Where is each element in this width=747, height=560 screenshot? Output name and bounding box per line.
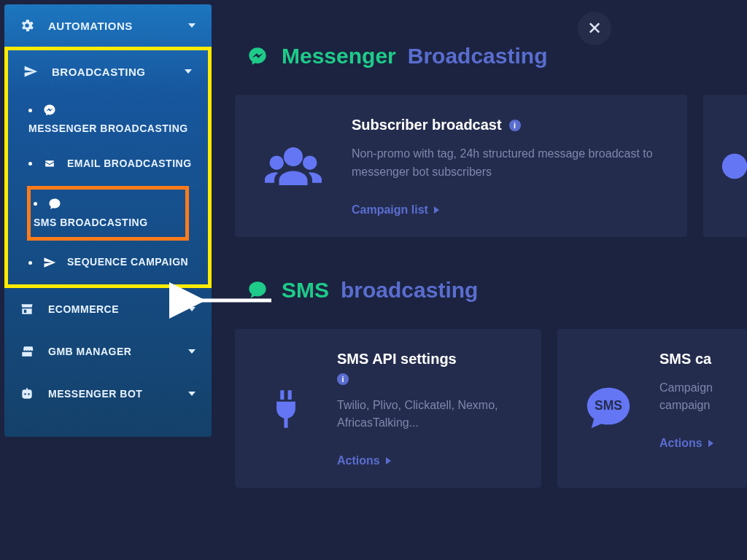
nav-label: GMB MANAGER <box>48 346 131 357</box>
card-link-actions[interactable]: Actions <box>337 454 519 467</box>
card-partial-right-1[interactable] <box>703 95 747 237</box>
subitem-label: SMS BROADCASTING <box>34 216 148 230</box>
info-icon[interactable]: i <box>509 120 521 131</box>
chevron-down-icon <box>188 307 196 311</box>
title-part-b: broadcasting <box>341 278 478 303</box>
nav-label: MESSENGER BOT <box>48 388 142 400</box>
sidebar-subitem-messenger-broadcasting[interactable]: MESSENGER BROADCASTING <box>8 93 208 147</box>
envelope-icon <box>42 157 57 171</box>
nav-label: AUTOMATIONS <box>48 20 133 32</box>
sms-bubble-icon <box>47 197 62 211</box>
nav-label: BROADCASTING <box>52 66 146 78</box>
close-button[interactable]: ✕ <box>578 12 611 45</box>
users-icon <box>257 117 330 217</box>
info-icon[interactable]: i <box>337 373 349 385</box>
title-part-b: Broadcasting <box>408 44 548 69</box>
card-description: Campaign campaign <box>659 379 725 416</box>
link-text: Actions <box>659 437 703 450</box>
card-title-text: SMS ca <box>659 351 711 368</box>
sidebar-subitem-email-broadcasting[interactable]: EMAIL BROADCASTING <box>8 147 208 182</box>
bullet-icon <box>28 261 32 265</box>
icon-placeholder <box>716 117 747 217</box>
card-title: Subscriber broadcast i <box>352 117 665 133</box>
sidebar: AUTOMATIONS BROADCASTING MESSENGER BROAD… <box>4 4 212 437</box>
section-title: Messenger Broadcasting <box>245 44 747 69</box>
gears-icon <box>19 18 35 34</box>
bullet-icon <box>34 202 37 206</box>
close-icon: ✕ <box>587 20 602 37</box>
nav-label: ECOMMERCE <box>48 303 119 315</box>
sidebar-item-broadcasting[interactable]: BROADCASTING <box>8 50 208 93</box>
title-part-a: Messenger <box>282 44 396 69</box>
title-part-a: SMS <box>282 278 329 303</box>
bullet-icon <box>28 162 32 166</box>
main-content: ✕ Messenger Broadcasting Subscriber broa… <box>219 0 747 560</box>
paper-plane-icon <box>42 255 57 270</box>
chevron-down-icon <box>188 392 196 396</box>
chevron-down-icon <box>185 69 192 74</box>
plug-icon <box>257 351 315 468</box>
svg-text:SMS: SMS <box>595 398 622 413</box>
card-subscriber-broadcast[interactable]: Subscriber broadcast i Non-promo with ta… <box>235 95 687 237</box>
sidebar-subitem-sequence-campaign[interactable]: SEQUENCE CAMPAIGN <box>8 245 208 280</box>
sidebar-subitem-sms-broadcasting[interactable]: SMS BROADCASTING <box>31 192 185 235</box>
card-description: Non-promo with tag, 24h structured messa… <box>352 145 665 182</box>
card-sms-api-settings[interactable]: SMS API settings i Twilio, Plivo, Clicka… <box>235 329 541 489</box>
card-title-text: SMS API settings <box>337 351 457 368</box>
card-title: SMS ca <box>659 351 725 368</box>
chevron-right-icon <box>708 440 713 447</box>
storefront-icon <box>19 343 35 359</box>
svg-point-1 <box>722 154 747 179</box>
sidebar-item-automations[interactable]: AUTOMATIONS <box>4 4 212 47</box>
messenger-icon <box>42 103 57 117</box>
card-title: SMS API settings <box>337 351 519 368</box>
sidebar-item-ecommerce[interactable]: ECOMMERCE <box>4 288 212 330</box>
chevron-down-icon <box>188 349 196 354</box>
card-title-text: Subscriber broadcast <box>352 117 502 133</box>
chevron-right-icon <box>386 457 391 464</box>
subitem-label: MESSENGER BROADCASTING <box>28 122 188 136</box>
highlight-orange: SMS BROADCASTING <box>27 186 189 241</box>
subitem-label: EMAIL BROADCASTING <box>67 157 192 171</box>
card-link-actions[interactable]: Actions <box>659 437 725 450</box>
sms-bubble-icon: SMS <box>579 351 638 468</box>
chevron-down-icon <box>188 23 196 28</box>
subitem-label: SEQUENCE CAMPAIGN <box>67 255 188 270</box>
section-sms-broadcasting: SMS broadcasting SMS API settings i Twil… <box>219 278 747 489</box>
card-sms-campaign[interactable]: SMS SMS ca Campaign campaign Actions <box>557 329 747 489</box>
robot-icon <box>19 386 35 402</box>
link-text: Actions <box>337 454 380 467</box>
section-messenger-broadcasting: Messenger Broadcasting Subscriber broadc… <box>219 44 747 237</box>
highlight-yellow: BROADCASTING MESSENGER BROADCASTING EMAI… <box>4 47 212 288</box>
chevron-right-icon <box>434 206 439 214</box>
card-link-campaign-list[interactable]: Campaign list <box>352 203 665 217</box>
link-text: Campaign list <box>352 203 428 217</box>
paper-plane-icon <box>23 63 39 79</box>
store-icon <box>19 301 35 317</box>
sms-bubble-icon <box>245 278 270 303</box>
sidebar-item-messenger-bot[interactable]: MESSENGER BOT <box>4 373 212 415</box>
section-title: SMS broadcasting <box>245 278 747 303</box>
card-description: Twilio, Plivo, Clickatell, Nexmo, Africa… <box>337 397 519 433</box>
messenger-icon <box>245 44 270 69</box>
bullet-icon <box>28 109 32 112</box>
sidebar-item-gmb-manager[interactable]: GMB MANAGER <box>4 330 212 373</box>
